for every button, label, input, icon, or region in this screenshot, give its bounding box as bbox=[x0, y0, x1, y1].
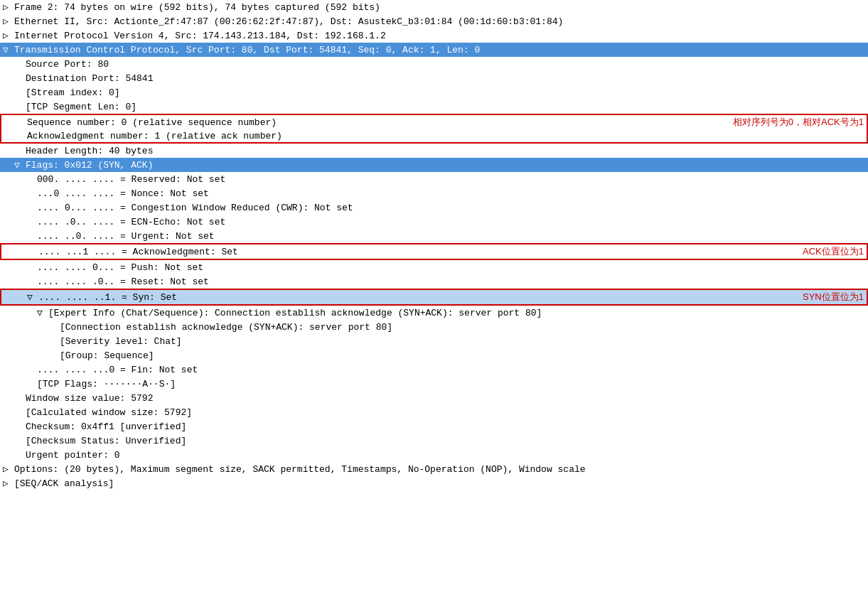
tree-row-ethernet[interactable]: ▷Ethernet II, Src: Actionte_2f:47:87 (00… bbox=[0, 14, 868, 28]
row-text-cwr: .... 0... .... = Congestion Window Reduc… bbox=[37, 203, 865, 213]
row-text-ack-num: Acknowledgment number: 1 (relative ack n… bbox=[27, 131, 864, 141]
tree-row-ack-num[interactable]: Acknowledgment number: 1 (relative ack n… bbox=[0, 129, 868, 144]
row-text-options: Options: (20 bytes), Maximum segment siz… bbox=[14, 464, 865, 475]
tree-row-flags[interactable]: ▽Flags: 0x012 (SYN, ACK) bbox=[0, 158, 868, 172]
row-text-calc-window: [Calculated window size: 5792] bbox=[26, 407, 865, 418]
tree-row-window-size[interactable]: Window size value: 5792 bbox=[0, 391, 868, 405]
annotation-ack-flag: ACK位置位为1 bbox=[803, 245, 864, 258]
tree-row-ecn-echo[interactable]: .... .0.. .... = ECN-Echo: Not set bbox=[0, 215, 868, 229]
expand-icon-flags[interactable]: ▽ bbox=[14, 159, 24, 171]
tree-row-nonce[interactable]: ...0 .... .... = Nonce: Not set bbox=[0, 186, 868, 200]
row-text-group: [Group: Sequence] bbox=[60, 350, 865, 361]
row-text-reserved: 000. .... .... = Reserved: Not set bbox=[37, 174, 865, 185]
annotation-seq-num: 相对序列号为0，相对ACK号为1 bbox=[733, 116, 864, 129]
expand-icon-ip[interactable]: ▷ bbox=[3, 30, 13, 41]
tree-row-dst-port[interactable]: Destination Port: 54841 bbox=[0, 71, 868, 85]
expand-icon-tcp[interactable]: ▽ bbox=[3, 44, 13, 55]
tree-row-seq-num[interactable]: Sequence number: 0 (relative sequence nu… bbox=[0, 114, 868, 129]
row-text-flags: Flags: 0x012 (SYN, ACK) bbox=[26, 160, 865, 171]
tree-row-reset[interactable]: .... .... .0.. = Reset: Not set bbox=[0, 274, 868, 289]
tree-row-src-port[interactable]: Source Port: 80 bbox=[0, 57, 868, 71]
tree-row-expert-info[interactable]: ▽[Expert Info (Chat/Sequence): Connectio… bbox=[0, 306, 868, 320]
row-text-stream-idx: [Stream index: 0] bbox=[26, 87, 865, 98]
tree-row-header-len[interactable]: Header Length: 40 bytes bbox=[0, 144, 868, 158]
expand-icon-options[interactable]: ▷ bbox=[3, 463, 13, 475]
tree-row-checksum[interactable]: Checksum: 0x4ff1 [unverified] bbox=[0, 419, 868, 434]
row-text-reset: .... .... .0.. = Reset: Not set bbox=[37, 276, 865, 287]
tree-row-group[interactable]: [Group: Sequence] bbox=[0, 348, 868, 362]
row-text-ecn-echo: .... .0.. .... = ECN-Echo: Not set bbox=[37, 217, 865, 227]
row-text-ethernet: Ethernet II, Src: Actionte_2f:47:87 (00:… bbox=[14, 16, 865, 27]
tree-row-frame[interactable]: ▷Frame 2: 74 bytes on wire (592 bits), 7… bbox=[0, 0, 868, 14]
row-text-urgent-ptr: Urgent pointer: 0 bbox=[26, 450, 865, 461]
row-text-tcp-seg-len: [TCP Segment Len: 0] bbox=[26, 102, 865, 112]
row-text-urgent: .... ..0. .... = Urgent: Not set bbox=[37, 231, 865, 242]
tree-row-urgent-ptr[interactable]: Urgent pointer: 0 bbox=[0, 448, 868, 462]
row-text-seq-num: Sequence number: 0 (relative sequence nu… bbox=[27, 117, 704, 128]
tree-row-reserved[interactable]: 000. .... .... = Reserved: Not set bbox=[0, 172, 868, 186]
row-text-ack-flag: .... ...1 .... = Acknowledgment: Set bbox=[38, 247, 774, 257]
row-text-seq-ack: [SEQ/ACK analysis] bbox=[14, 478, 865, 489]
expand-icon-seq-ack[interactable]: ▷ bbox=[3, 478, 13, 489]
row-text-checksum-status: [Checksum Status: Unverified] bbox=[26, 436, 865, 446]
row-text-nonce: ...0 .... .... = Nonce: Not set bbox=[37, 188, 865, 199]
row-text-tcp-flags: [TCP Flags: ·······A··S·] bbox=[37, 379, 865, 389]
row-text-severity: [Severity level: Chat] bbox=[60, 336, 865, 347]
tree-row-calc-window[interactable]: [Calculated window size: 5792] bbox=[0, 405, 868, 419]
tree-row-urgent[interactable]: .... ..0. .... = Urgent: Not set bbox=[0, 229, 868, 243]
tree-row-options[interactable]: ▷Options: (20 bytes), Maximum segment si… bbox=[0, 462, 868, 476]
tree-row-severity[interactable]: [Severity level: Chat] bbox=[0, 334, 868, 348]
tree-row-ack-flag[interactable]: .... ...1 .... = Acknowledgment: SetACK位… bbox=[0, 243, 868, 260]
tree-row-fin[interactable]: .... .... ...0 = Fin: Not set bbox=[0, 362, 868, 377]
tree-row-cwr[interactable]: .... 0... .... = Congestion Window Reduc… bbox=[0, 200, 868, 215]
row-text-ip: Internet Protocol Version 4, Src: 174.14… bbox=[14, 31, 865, 41]
row-text-frame: Frame 2: 74 bytes on wire (592 bits), 74… bbox=[14, 2, 865, 13]
row-text-conn-ack: [Connection establish acknowledge (SYN+A… bbox=[60, 322, 865, 333]
expand-icon-frame[interactable]: ▷ bbox=[3, 1, 13, 13]
tree-row-conn-ack[interactable]: [Connection establish acknowledge (SYN+A… bbox=[0, 320, 868, 334]
tree-row-checksum-status[interactable]: [Checksum Status: Unverified] bbox=[0, 434, 868, 448]
row-text-dst-port: Destination Port: 54841 bbox=[26, 73, 865, 84]
expand-icon-expert-info[interactable]: ▽ bbox=[37, 307, 47, 318]
tree-row-stream-idx[interactable]: [Stream index: 0] bbox=[0, 85, 868, 100]
tree-row-syn-flag[interactable]: ▽.... .... ..1. = Syn: SetSYN位置位为1 bbox=[0, 289, 868, 306]
row-text-push: .... .... 0... = Push: Not set bbox=[37, 262, 865, 273]
tree-row-push[interactable]: .... .... 0... = Push: Not set bbox=[0, 260, 868, 274]
tree-row-tcp[interactable]: ▽Transmission Control Protocol, Src Port… bbox=[0, 43, 868, 57]
row-text-checksum: Checksum: 0x4ff1 [unverified] bbox=[26, 421, 865, 432]
annotation-syn-flag: SYN位置位为1 bbox=[803, 291, 864, 303]
tree-row-ip[interactable]: ▷Internet Protocol Version 4, Src: 174.1… bbox=[0, 28, 868, 43]
row-text-header-len: Header Length: 40 bytes bbox=[26, 146, 865, 156]
row-text-src-port: Source Port: 80 bbox=[26, 59, 865, 70]
row-text-window-size: Window size value: 5792 bbox=[26, 393, 865, 404]
packet-detail-tree: ▷Frame 2: 74 bytes on wire (592 bits), 7… bbox=[0, 0, 868, 490]
row-text-tcp: Transmission Control Protocol, Src Port:… bbox=[14, 45, 865, 55]
tree-row-tcp-flags[interactable]: [TCP Flags: ·······A··S·] bbox=[0, 377, 868, 391]
expand-icon-ethernet[interactable]: ▷ bbox=[3, 16, 13, 27]
row-text-expert-info: [Expert Info (Chat/Sequence): Connection… bbox=[48, 308, 865, 318]
row-text-syn-flag: .... .... ..1. = Syn: Set bbox=[38, 292, 774, 303]
tree-row-tcp-seg-len[interactable]: [TCP Segment Len: 0] bbox=[0, 100, 868, 114]
tree-row-seq-ack[interactable]: ▷[SEQ/ACK analysis] bbox=[0, 476, 868, 490]
expand-icon-syn-flag[interactable]: ▽ bbox=[27, 291, 37, 303]
row-text-fin: .... .... ...0 = Fin: Not set bbox=[37, 365, 865, 375]
